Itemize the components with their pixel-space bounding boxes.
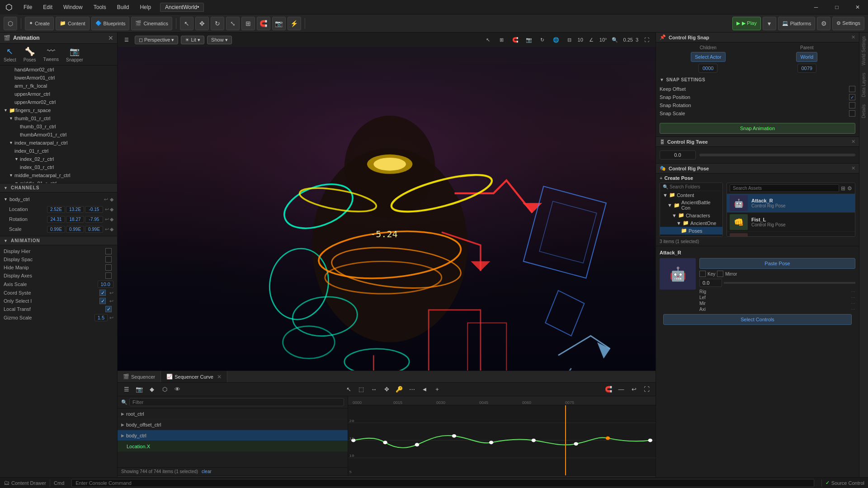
prop-val-z[interactable]: -0.15 (85, 206, 103, 213)
menu-build[interactable]: Build (112, 0, 135, 14)
rot-reset-icon[interactable]: ↩ (105, 216, 109, 222)
seq-add-track-icon[interactable]: + (432, 384, 443, 395)
rot-key-icon[interactable]: ◆ (110, 216, 113, 222)
snap-field-1[interactable]: 0000 (698, 64, 717, 73)
seq-settings-icon[interactable]: ☰ (121, 384, 132, 395)
tree-item[interactable]: index_01_r_ctrl (0, 147, 117, 155)
snap-rotation-check[interactable] (849, 102, 855, 108)
move-tool-btn[interactable]: ✥ (195, 17, 209, 30)
tree-item[interactable]: ▼ thumb_01_r_ctrl (0, 114, 117, 122)
channel-key-icon[interactable]: ◆ (110, 197, 113, 202)
pose-asset-fist-l[interactable]: 👊 Fist_L Control Rig Pose (727, 213, 855, 232)
camera-speed-icon[interactable]: 📷 (524, 34, 534, 45)
twee-slider[interactable] (699, 154, 855, 156)
channels-section-header[interactable]: ▼ CHANNELS (0, 183, 117, 192)
folder-content[interactable]: ▼ 📁 Content (660, 191, 722, 199)
anim-icon-select[interactable]: ↖ Select (4, 47, 16, 62)
scale-tool-btn[interactable]: ⤡ (226, 17, 240, 30)
folder-poses[interactable]: 📁 Poses (660, 227, 722, 235)
seq-cursor-icon[interactable]: ↖ (343, 384, 354, 395)
vp-rotate-icon[interactable]: ↻ (537, 34, 548, 45)
seq-dots-icon[interactable]: ⋯ (406, 384, 417, 395)
blend-slider[interactable] (724, 282, 855, 284)
camera-btn[interactable]: 📷 (272, 17, 286, 30)
assets-view-icon[interactable]: ⊞ (841, 185, 845, 192)
menu-window[interactable]: Window (58, 0, 88, 14)
only-select-check[interactable]: ✓ (99, 298, 106, 304)
keep-offset-check[interactable] (849, 86, 855, 92)
transform-btn[interactable]: ⊞ (241, 17, 255, 30)
tree-item[interactable]: upperArmor02_ctrl (0, 98, 117, 106)
rotate-tool-btn[interactable]: ↻ (211, 17, 224, 30)
scale-key-icon[interactable]: ◆ (110, 226, 113, 232)
console-input[interactable] (71, 479, 814, 487)
anim-btn[interactable]: ⚡ (288, 17, 301, 30)
prop-scale-y[interactable]: 0.99E (66, 226, 84, 233)
display-hier-check[interactable] (105, 248, 112, 254)
prop-val-y[interactable]: 13.2E (66, 206, 84, 213)
seq-bone-icon[interactable]: 🔑 (394, 384, 405, 395)
filter-input[interactable] (129, 398, 344, 406)
close-button[interactable]: ✕ (847, 0, 868, 14)
tree-item[interactable]: ▼ middle_01_r_ctrl (0, 179, 117, 183)
snap-scale-check[interactable] (849, 110, 855, 117)
panel-close-button[interactable]: ✕ (108, 34, 113, 42)
mirror-check[interactable] (717, 271, 723, 277)
seq-left-key-icon[interactable]: ◄ (419, 384, 430, 395)
folder-characters[interactable]: ▼ 📁 Characters (660, 211, 722, 219)
tree-item[interactable]: ▼ index_metacarpal_r_ctrl (0, 139, 117, 147)
snap-animation-btn[interactable]: Snap Animation (660, 123, 855, 134)
zoom-icon[interactable]: 🔍 (609, 34, 620, 45)
minimize-button[interactable]: ─ (806, 0, 826, 14)
prop-reset-icon[interactable]: ↩ (105, 206, 109, 212)
display-axes-check[interactable] (105, 272, 112, 279)
seq-track-body[interactable]: ▶ body_ctrl (118, 430, 348, 441)
folder-ancientone[interactable]: ▼ 📁 AncientOne (660, 219, 722, 227)
snap-icon[interactable]: 🧲 (510, 34, 521, 45)
viewport[interactable]: ☰ ◻ Perspective ▾ ☀ Lit ▾ Show ▾ ↖ ⊞ (118, 33, 656, 371)
maximize-viewport-icon[interactable]: ⛶ (641, 34, 652, 45)
coord-syste-check[interactable]: ✓ (99, 290, 106, 296)
cinematics-button[interactable]: 🎬 Cinematics (131, 17, 172, 30)
tree-item[interactable]: handArmor02_ctrl (0, 66, 117, 74)
angle-icon[interactable]: ∠ (586, 34, 597, 45)
anim-icon-tweens[interactable]: 〰 Tweens (43, 47, 59, 62)
seq-track-location-x[interactable]: Location.X (118, 441, 348, 452)
seq-snap-icon[interactable]: 🧲 (603, 384, 614, 395)
seq-clear-btn[interactable]: clear (202, 469, 212, 474)
pose-asset-fist-r[interactable]: ✊ Fist_R Control Rig Pose (727, 232, 855, 236)
seq-range-icon[interactable]: ↔ (368, 384, 379, 395)
settings-label-btn[interactable]: ⚙ Settings (832, 17, 864, 30)
cursor-icon[interactable]: ↖ (483, 34, 494, 45)
snap-field-2[interactable]: 0079 (797, 64, 816, 73)
prop-val-x[interactable]: 2.52E (47, 206, 65, 213)
rig-dots[interactable]: ⋯ (851, 289, 855, 294)
cmd-btn[interactable]: Cmd (54, 480, 64, 486)
tree-item[interactable]: upperArmor_ctrl (0, 90, 117, 98)
data-layers-label[interactable]: Data Layers (860, 69, 868, 101)
seq-add-key-icon[interactable]: ◆ (146, 384, 157, 395)
search-assets-input[interactable] (730, 184, 839, 192)
seq-select-icon[interactable]: ⬚ (356, 384, 367, 395)
paste-pose-btn[interactable]: Paste Pose (699, 258, 855, 269)
gizmo-scale-field[interactable]: 1.5 (94, 314, 108, 321)
timeline-playhead[interactable] (565, 405, 566, 475)
grid-icon[interactable]: ⊟ (564, 34, 575, 45)
grid-settings-icon[interactable]: ⊞ (496, 34, 507, 45)
snap-close-btn[interactable]: ✕ (851, 34, 855, 40)
seq-track-root[interactable]: ▶ root_ctrl (118, 408, 348, 419)
seq-camera-icon[interactable]: 📷 (134, 384, 145, 395)
content-drawer-btn[interactable]: 🗂 Content Drawer (4, 479, 46, 486)
menu-tools[interactable]: Tools (88, 0, 112, 14)
sequencer-timeline[interactable]: 0000 0015 0030 0045 0060 0075 (348, 396, 656, 475)
axi-dots[interactable]: ⋯ (851, 307, 855, 312)
coord-reset[interactable]: ↩ (109, 290, 113, 296)
tree-item[interactable]: lowerArmor01_ctrl (0, 74, 117, 82)
prop-key-icon[interactable]: ◆ (110, 206, 113, 212)
tree-item[interactable]: ▼ index_02_r_ctrl (0, 155, 117, 163)
key-check[interactable] (699, 271, 706, 277)
prop-scale-z[interactable]: 0.99E (85, 226, 103, 233)
seq-flatten-icon[interactable]: — (616, 384, 627, 395)
lit-btn[interactable]: ☀ Lit ▾ (181, 36, 204, 44)
anim-icon-poses[interactable]: 🦴 Poses (24, 47, 36, 62)
